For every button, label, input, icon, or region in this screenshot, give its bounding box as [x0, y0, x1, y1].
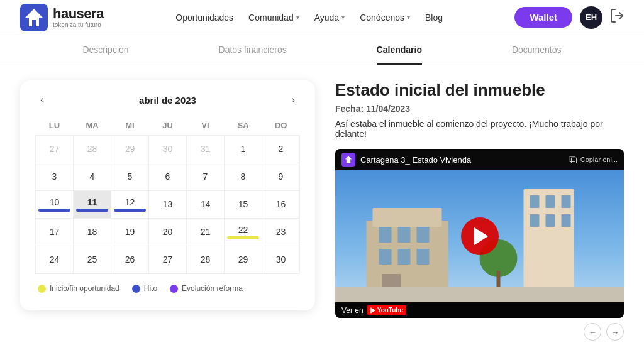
nav-conocenos[interactable]: Conócenos ▾	[360, 13, 410, 23]
calendar-prev-button[interactable]: ‹	[35, 93, 48, 107]
calendar-day[interactable]: 3	[36, 163, 74, 191]
svg-rect-18	[562, 195, 571, 208]
event-date-value: 11/04/2023	[366, 104, 410, 114]
calendar-day[interactable]: 28	[187, 246, 225, 274]
calendar-day[interactable]: 21	[187, 219, 225, 246]
calendar-day[interactable]: 13	[149, 191, 187, 219]
calendar-day[interactable]: 16	[262, 191, 300, 219]
calendar-day[interactable]: 11	[74, 191, 111, 219]
video-top-bar: Cartagena 3_ Estado Vivienda ⧉ Copiar en…	[335, 149, 624, 170]
main-nav: Oportunidades Comunidad ▾ Ayuda ▾ Conóce…	[124, 13, 494, 23]
calendar-day[interactable]: 7	[187, 163, 225, 191]
calendar-next-button[interactable]: ›	[287, 93, 300, 107]
calendar-day[interactable]: 22	[225, 219, 262, 246]
calendar-day[interactable]: 17	[36, 219, 74, 246]
svg-rect-2	[32, 20, 36, 26]
prev-event-button[interactable]: ←	[584, 323, 601, 341]
legend-inicio-fin: Inicio/fin oportunidad	[38, 284, 119, 293]
calendar-day[interactable]: 1	[225, 136, 262, 163]
calendar-day[interactable]: 8	[225, 163, 262, 191]
calendar-day[interactable]: 10	[36, 191, 74, 219]
calendar-day[interactable]: 31	[187, 136, 225, 163]
chevron-down-icon: ▾	[341, 14, 345, 21]
legend-blue-dot	[132, 285, 140, 293]
event-date-label: Fecha:	[335, 104, 364, 114]
calendar-day[interactable]: 27	[36, 136, 74, 163]
event-bar-blue	[38, 209, 70, 212]
calendar-grid: LU MA MI JU VI SA DO 2728293031123456789…	[35, 118, 300, 274]
calendar-day[interactable]: 28	[74, 136, 111, 163]
svg-rect-20	[546, 214, 555, 227]
next-event-button[interactable]: →	[606, 323, 624, 341]
copy-icon: ⧉	[569, 153, 577, 167]
copy-label: Copiar enl...	[580, 156, 618, 163]
calendar-day[interactable]: 23	[262, 219, 300, 246]
play-icon	[474, 227, 488, 245]
calendar-month-title: abril de 2023	[139, 95, 196, 106]
calendar-day[interactable]: 29	[225, 246, 262, 274]
event-title: Estado inicial del inmueble	[335, 80, 624, 100]
calendar-day[interactable]: 19	[111, 219, 149, 246]
tab-descripcion[interactable]: Descripción	[82, 36, 128, 65]
svg-marker-4	[345, 156, 352, 163]
youtube-label: YouTube	[377, 307, 403, 314]
video-player[interactable]: Cartagena 3_ Estado Vivienda ⧉ Copiar en…	[335, 149, 624, 318]
event-description: Así estaba el inmueble al comienzo del p…	[335, 119, 624, 139]
calendar-legend: Inicio/fin oportunidad Hito Evolución re…	[35, 284, 300, 293]
legend-hito: Hito	[132, 284, 157, 293]
calendar: ‹ abril de 2023 › LU MA MI JU VI SA DO 2…	[20, 80, 315, 310]
svg-rect-8	[379, 227, 392, 243]
calendar-day[interactable]: 27	[149, 246, 187, 274]
event-bar-blue	[114, 209, 146, 212]
svg-rect-11	[379, 249, 392, 265]
calendar-day[interactable]: 26	[111, 246, 149, 274]
calendar-day[interactable]: 6	[149, 163, 187, 191]
navigation-arrows: ← →	[335, 323, 624, 341]
calendar-day[interactable]: 2	[262, 136, 300, 163]
video-thumbnail[interactable]	[335, 170, 624, 302]
nav-ayuda[interactable]: Ayuda ▾	[314, 13, 345, 23]
legend-evolucion: Evolución reforma	[170, 284, 243, 293]
nav-comunidad[interactable]: Comunidad ▾	[248, 13, 299, 23]
calendar-day[interactable]: 25	[74, 246, 111, 274]
calendar-day[interactable]: 14	[187, 191, 225, 219]
video-bottom-bar: Ver en YouTube	[335, 302, 624, 318]
video-play-button[interactable]	[461, 217, 499, 255]
logo-icon	[20, 4, 48, 31]
wallet-button[interactable]: Wallet	[514, 7, 572, 28]
day-header-vi: VI	[187, 118, 225, 136]
calendar-day[interactable]: 15	[225, 191, 262, 219]
watch-on-label: Ver en	[341, 306, 364, 315]
calendar-day[interactable]: 12	[111, 191, 149, 219]
day-header-sa: SA	[225, 118, 262, 136]
tab-bar: Descripción Datos financieros Calendario…	[0, 35, 644, 65]
calendar-day[interactable]: 30	[262, 246, 300, 274]
svg-rect-7	[373, 208, 442, 227]
calendar-day[interactable]: 29	[111, 136, 149, 163]
svg-rect-24	[335, 287, 624, 302]
youtube-logo[interactable]: YouTube	[367, 305, 406, 315]
nav-oportunidades[interactable]: Oportunidades	[175, 13, 233, 23]
calendar-day[interactable]: 30	[149, 136, 187, 163]
nav-blog[interactable]: Blog	[425, 13, 443, 23]
svg-rect-21	[562, 214, 571, 227]
logout-icon[interactable]	[610, 9, 624, 26]
calendar-day[interactable]: 24	[36, 246, 74, 274]
tab-calendario[interactable]: Calendario	[377, 36, 422, 65]
legend-purple-dot	[170, 285, 178, 293]
day-header-ma: MA	[74, 118, 111, 136]
logo-tagline: tokeniza tu futuro	[53, 21, 104, 28]
calendar-day[interactable]: 9	[262, 163, 300, 191]
event-bar-blue	[76, 209, 108, 212]
calendar-day[interactable]: 20	[149, 219, 187, 246]
calendar-day[interactable]: 18	[74, 219, 111, 246]
logo[interactable]: hausera tokeniza tu futuro	[20, 4, 104, 31]
tab-datos-financieros[interactable]: Datos financieros	[219, 36, 287, 65]
header: hausera tokeniza tu futuro Oportunidades…	[0, 0, 644, 35]
calendar-day[interactable]: 4	[74, 163, 111, 191]
copy-link-area[interactable]: ⧉ Copiar enl...	[569, 153, 618, 167]
tab-documentos[interactable]: Documentos	[512, 36, 562, 65]
calendar-day[interactable]: 5	[111, 163, 149, 191]
avatar[interactable]: EH	[580, 6, 602, 29]
header-right: Wallet EH	[514, 6, 624, 29]
